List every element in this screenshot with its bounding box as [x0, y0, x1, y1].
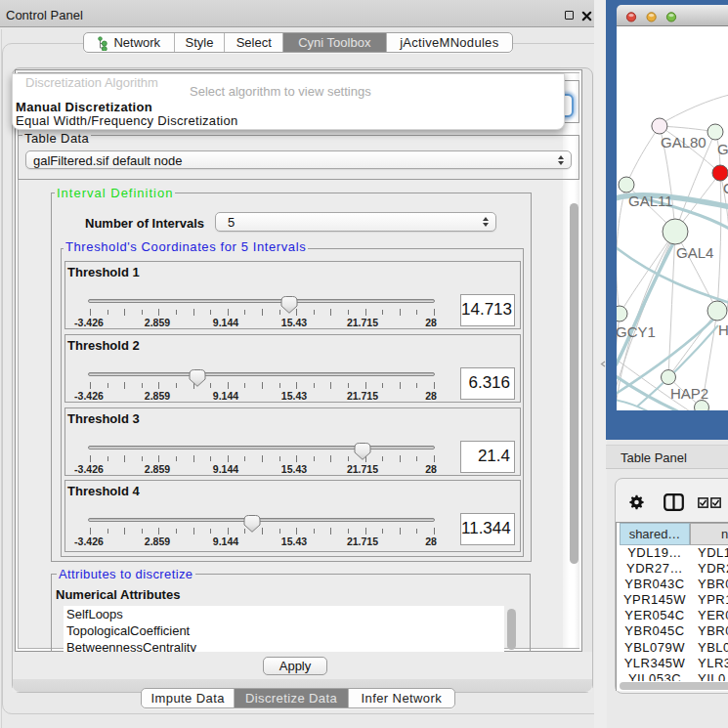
svg-text:HAP2: HAP2 — [670, 385, 708, 402]
svg-text:GCY1: GCY1 — [617, 323, 656, 340]
svg-text:GAL80: GAL80 — [661, 134, 707, 150]
svg-text:GAL11: GAL11 — [628, 193, 673, 209]
svg-text:H: H — [718, 321, 728, 338]
svg-text:GA: GA — [717, 141, 728, 157]
svg-text:GAL4: GAL4 — [676, 244, 713, 261]
svg-text:C: C — [723, 180, 728, 196]
